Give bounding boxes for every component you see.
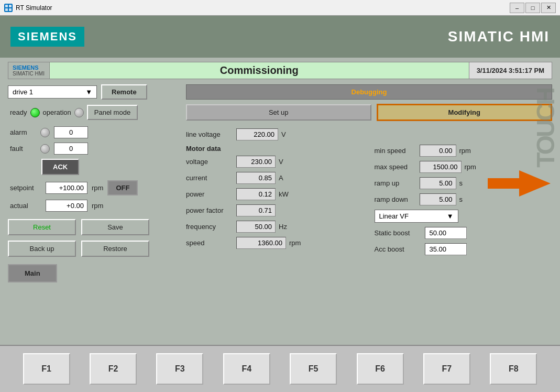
fkey-f8[interactable]: F8 [490, 353, 537, 385]
fkey-f2[interactable]: F2 [90, 353, 137, 385]
motor-voltage-label: voltage [186, 158, 233, 166]
header-area: SIEMENS SIMATIC HMI [0, 16, 560, 58]
min-speed-unit: rpm [459, 147, 471, 155]
title-bar-text: RT Simulator [16, 4, 52, 12]
motor-data-label: Motor data [186, 145, 364, 153]
setpoint-value[interactable] [46, 182, 87, 194]
debugging-bar: Debugging [186, 84, 552, 100]
line-voltage-label: line voltage [186, 130, 233, 138]
panel-mode-button[interactable]: Panel mode [87, 105, 138, 120]
vf-select-label: Linear VF [379, 212, 409, 220]
motor-current-value[interactable] [236, 172, 276, 184]
power-factor-value[interactable] [236, 204, 276, 216]
fkey-f7[interactable]: F7 [423, 353, 470, 385]
ramp-down-label: ramp down [375, 195, 416, 203]
left-panel: drive 1 ▼ Remote ready operation Panel m… [8, 84, 181, 282]
acc-boost-value[interactable] [425, 243, 467, 255]
min-speed-label: min speed [375, 147, 416, 155]
save-button[interactable]: Save [81, 219, 149, 235]
off-button[interactable]: OFF [107, 180, 138, 195]
setpoint-unit: rpm [92, 184, 103, 192]
restore-button[interactable]: Restore [81, 241, 149, 257]
fkey-f3[interactable]: F3 [156, 353, 203, 385]
vf-select-arrow: ▼ [447, 212, 454, 220]
actual-row: actual rpm [10, 200, 175, 212]
alarm-led [40, 128, 50, 137]
power-factor-row: power factor [186, 204, 364, 216]
reset-button[interactable]: Reset [8, 219, 76, 235]
frequency-row: frequency Hz [186, 221, 364, 233]
drive-row: drive 1 ▼ Remote [8, 84, 175, 100]
backup-button[interactable]: Back up [8, 241, 76, 257]
max-speed-value[interactable] [420, 161, 462, 173]
reset-save-row: Reset Save [8, 219, 175, 235]
main-content: drive 1 ▼ Remote ready operation Panel m… [8, 84, 552, 282]
motor-current-unit: A [279, 174, 294, 182]
speed-label: speed [186, 239, 233, 247]
motor-right: min speed rpm max speed rpm ramp u [375, 145, 553, 259]
ramp-down-value[interactable] [420, 193, 456, 205]
line-voltage-value[interactable] [236, 128, 278, 140]
frequency-value[interactable] [236, 221, 276, 233]
maximize-button[interactable]: □ [525, 3, 540, 13]
max-speed-row: max speed rpm [375, 161, 553, 173]
right-panel: Debugging Set up Modifying line voltage … [181, 84, 552, 282]
motor-section: Motor data voltage V current A [186, 145, 552, 259]
frequency-unit: Hz [279, 223, 294, 231]
info-bar-branding: SIEMENS SIMATIC HMI [8, 62, 50, 79]
ready-label: ready [10, 108, 27, 116]
main-button[interactable]: Main [8, 264, 57, 282]
title-bar: RT Simulator – □ ✕ [0, 0, 560, 16]
ramp-up-row: ramp up s [375, 177, 553, 189]
svg-rect-2 [5, 8, 8, 11]
modifying-button[interactable]: Modifying [377, 104, 553, 121]
static-boost-label: Static boost [375, 229, 422, 237]
vf-row: Linear VF ▼ [375, 210, 553, 223]
vf-select[interactable]: Linear VF ▼ [375, 210, 458, 223]
minimize-button[interactable]: – [510, 3, 524, 13]
static-boost-value[interactable] [425, 227, 467, 239]
ramp-up-unit: s [459, 179, 463, 187]
setpoint-row: setpoint rpm OFF [10, 180, 175, 195]
max-speed-unit: rpm [465, 163, 476, 171]
drive-select-arrow: ▼ [85, 88, 92, 96]
actual-label: actual [10, 202, 41, 210]
ack-button[interactable]: ACK [41, 159, 79, 175]
drive-select[interactable]: drive 1 ▼ [8, 85, 97, 99]
remote-button[interactable]: Remote [101, 84, 147, 100]
ramp-down-row: ramp down s [375, 193, 553, 205]
actual-unit: rpm [92, 202, 103, 210]
fkey-f1[interactable]: F1 [23, 353, 70, 385]
info-simatic-label: SIMATIC HMI [13, 71, 45, 77]
motor-left: Motor data voltage V current A [186, 145, 364, 259]
ramp-up-value[interactable] [420, 177, 456, 189]
min-speed-row: min speed rpm [375, 145, 553, 157]
fault-row: fault [10, 143, 175, 155]
close-button[interactable]: ✕ [541, 3, 556, 13]
window-body: SIEMENS SIMATIC HMI TOUCH SIEMENS SIMATI… [0, 16, 560, 392]
fault-value[interactable] [54, 143, 88, 155]
alarm-label: alarm [10, 128, 36, 136]
fkey-f6[interactable]: F6 [357, 353, 404, 385]
operation-label: operation [43, 108, 71, 116]
speed-unit: rpm [289, 239, 305, 247]
fkey-f5[interactable]: F5 [290, 353, 337, 385]
operation-led [74, 108, 84, 117]
info-siemens-label: SIEMENS [13, 64, 45, 71]
svg-rect-0 [5, 5, 8, 7]
motor-current-row: current A [186, 172, 364, 184]
motor-voltage-value[interactable] [236, 156, 276, 168]
backup-restore-row: Back up Restore [8, 241, 175, 257]
fkey-f4[interactable]: F4 [223, 353, 270, 385]
setpoint-label: setpoint [10, 184, 41, 192]
speed-value[interactable] [236, 237, 286, 249]
actual-value[interactable] [46, 200, 87, 212]
setup-button[interactable]: Set up [186, 104, 371, 121]
motor-power-value[interactable] [236, 188, 276, 200]
acc-boost-label: Acc boost [375, 245, 422, 253]
line-voltage-unit: V [281, 130, 297, 138]
motor-voltage-unit: V [279, 158, 294, 166]
simatic-hmi-title: SIMATIC HMI [448, 28, 550, 45]
alarm-value[interactable] [54, 126, 88, 138]
min-speed-value[interactable] [420, 145, 456, 157]
